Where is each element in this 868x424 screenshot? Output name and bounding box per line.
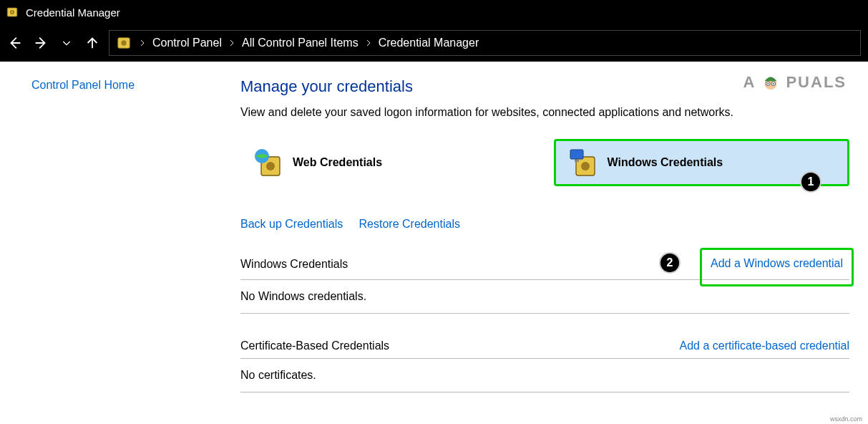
empty-message: No Windows credentials. (240, 286, 849, 314)
breadcrumb-credential-manager[interactable]: Credential Manager (379, 37, 479, 49)
forward-button[interactable] (33, 35, 49, 51)
title-bar: Credential Manager (0, 0, 868, 24)
backup-credentials-link[interactable]: Back up Credentials (240, 218, 343, 230)
watermark: A PUALS (743, 72, 847, 93)
nav-bar: Control Panel All Control Panel Items Cr… (0, 24, 868, 62)
credential-types: Web Credentials Windows Credentials 1 (240, 139, 849, 186)
back-button[interactable] (7, 35, 23, 51)
up-button[interactable] (84, 35, 100, 51)
breadcrumb-control-panel[interactable]: Control Panel (152, 37, 222, 49)
svg-point-11 (266, 162, 275, 170)
svg-rect-17 (575, 160, 579, 162)
monitor-safe-icon (569, 148, 598, 177)
svg-point-2 (11, 11, 13, 13)
control-panel-home-link[interactable]: Control Panel Home (31, 79, 135, 91)
safe-icon (6, 6, 19, 19)
svg-point-9 (773, 83, 774, 85)
windows-credentials-section: Windows Credentials 2 Add a Windows cred… (240, 255, 849, 314)
svg-point-8 (768, 83, 769, 85)
backup-restore-links: Back up Credentials Restore Credentials (240, 218, 849, 231)
windows-credentials-button[interactable]: Windows Credentials 1 (554, 139, 850, 186)
watermark-text: A (743, 73, 756, 92)
web-credentials-button[interactable]: Web Credentials (240, 139, 534, 186)
svg-point-4 (121, 40, 126, 45)
watermark-text: PUALS (786, 73, 847, 92)
source-credit: wsxdn.com (830, 415, 862, 423)
section-title: Certificate-Based Credentials (240, 339, 389, 352)
safe-icon (115, 34, 132, 52)
window-title: Credential Manager (26, 6, 120, 19)
annotation-badge-1: 1 (800, 171, 821, 193)
annotation-badge-2: 2 (659, 252, 681, 274)
recent-dropdown-icon[interactable] (59, 35, 74, 51)
sidebar: Control Panel Home (0, 62, 215, 424)
nav-arrows (7, 35, 100, 51)
page-subheading: View and delete your saved logon informa… (240, 106, 849, 119)
annotation-highlight: Add a Windows credential (700, 248, 854, 286)
add-certificate-credential-link[interactable]: Add a certificate-based credential (680, 339, 849, 352)
chevron-right-icon[interactable] (138, 39, 147, 47)
content-area: Control Panel Home A PUALS Manage your c… (0, 62, 868, 424)
chevron-right-icon[interactable] (228, 39, 236, 47)
address-bar[interactable]: Control Panel All Control Panel Items Cr… (109, 30, 861, 56)
chevron-right-icon[interactable] (364, 39, 373, 47)
section-header: Windows Credentials 2 Add a Windows cred… (240, 255, 849, 280)
main-panel: A PUALS Manage your credentials View and… (215, 62, 868, 424)
windows-credentials-label: Windows Credentials (608, 156, 723, 169)
section-header: Certificate-Based Credentials Add a cert… (240, 339, 849, 359)
breadcrumb-all-items[interactable]: All Control Panel Items (242, 37, 359, 49)
svg-point-14 (581, 162, 590, 170)
section-title: Windows Credentials (240, 258, 348, 271)
add-windows-credential-link[interactable]: Add a Windows credential (711, 257, 843, 269)
mascot-icon (760, 72, 781, 93)
svg-rect-15 (570, 150, 583, 159)
certificate-credentials-section: Certificate-Based Credentials Add a cert… (240, 339, 849, 392)
globe-safe-icon (254, 148, 283, 177)
restore-credentials-link[interactable]: Restore Credentials (359, 218, 460, 230)
empty-message: No certificates. (240, 365, 849, 392)
web-credentials-label: Web Credentials (293, 156, 382, 169)
